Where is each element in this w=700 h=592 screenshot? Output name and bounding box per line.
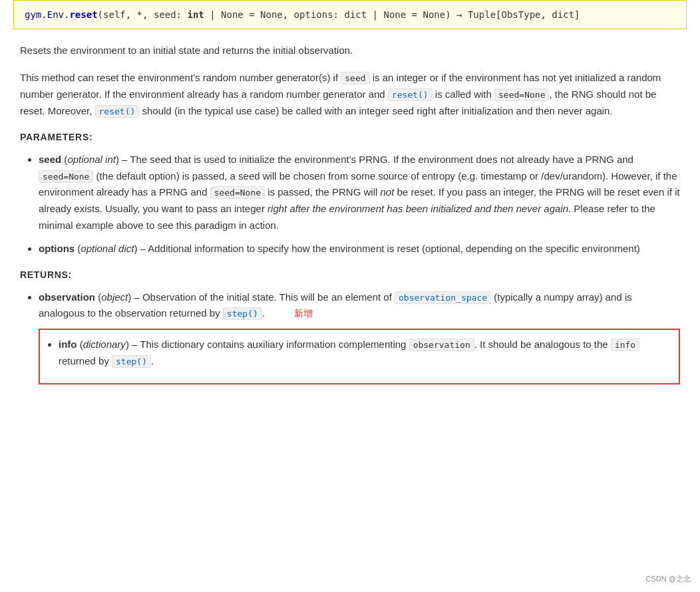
- return-info-type: dictionary: [83, 339, 126, 350]
- return-info: info (dictionary) – This dictionary cont…: [59, 337, 668, 370]
- param-seed-name: seed: [39, 154, 61, 165]
- parameters-title: PARAMETERS:: [20, 130, 680, 144]
- param-seed: seed (optional int) – The seed that is u…: [39, 152, 680, 234]
- return-obs-type: object: [101, 291, 128, 303]
- sig-arrow: →: [456, 9, 462, 20]
- description-para: This method can reset the environment's …: [20, 70, 680, 119]
- code-reset2[interactable]: reset(): [95, 105, 140, 118]
- code-seednone2: seed=None: [39, 170, 93, 183]
- code-seednone3: seed=None: [210, 186, 265, 199]
- code-info-ref: info: [611, 339, 639, 351]
- code-seed: seed: [341, 72, 369, 84]
- summary-para: Resets the environment to an initial sta…: [20, 43, 680, 59]
- return-info-name: info: [59, 339, 77, 350]
- code-step1[interactable]: step(): [223, 307, 262, 320]
- doc-section: Resets the environment to an initial sta…: [13, 43, 687, 384]
- return-observation: observation (object) – Observation of th…: [39, 289, 680, 323]
- sig-params: (self, *, seed: int | None = None, optio…: [98, 9, 451, 20]
- code-seednone1: seed=None: [494, 88, 549, 101]
- parameters-list: seed (optional int) – The seed that is u…: [20, 152, 680, 257]
- info-return-box: info (dictionary) – This dictionary cont…: [39, 329, 680, 384]
- sig-prefix: gym.Env.: [25, 9, 69, 20]
- not-italic: not: [381, 186, 395, 198]
- code-step2[interactable]: step(): [112, 355, 151, 368]
- param-options-name: options: [39, 243, 75, 254]
- new-label: 新增: [294, 308, 313, 319]
- code-reset1[interactable]: reset(): [388, 88, 433, 101]
- sig-method: reset: [69, 9, 97, 20]
- return-obs-name: observation: [39, 291, 95, 303]
- returns-list: observation (object) – Observation of th…: [20, 289, 680, 384]
- sig-return: Tuple[ObsType, dict]: [468, 9, 580, 20]
- page-wrapper: gym.Env.reset(self, *, seed: int | None …: [0, 0, 700, 592]
- param-options: options (optional dict) – Additional inf…: [39, 241, 680, 257]
- summary-text: Resets the environment to an initial sta…: [20, 45, 353, 56]
- code-observation-ref: observation: [409, 339, 474, 351]
- italic-phrase: right after the environment has been ini…: [267, 203, 568, 214]
- param-options-type: optional dict: [81, 243, 134, 254]
- param-seed-type: optional int: [67, 154, 116, 165]
- code-obs-space[interactable]: observation_space: [395, 291, 491, 304]
- signature-block: gym.Env.reset(self, *, seed: int | None …: [13, 0, 687, 29]
- returns-title: RETURNS:: [20, 267, 680, 282]
- watermark: CSDN @之北: [646, 573, 691, 585]
